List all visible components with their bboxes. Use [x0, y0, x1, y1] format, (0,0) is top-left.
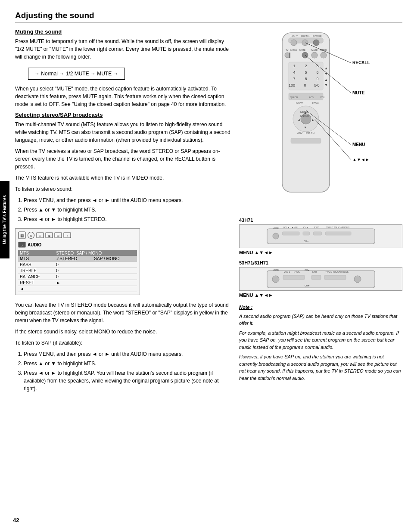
svg-text:MUTE: MUTE [352, 90, 365, 95]
svg-point-30 [311, 52, 318, 58]
svg-point-75 [273, 233, 279, 239]
svg-text:▼: ▼ [304, 126, 307, 129]
svg-text:►VOL: ►VOL [292, 227, 298, 229]
audio-menu-table: MTS STEREO SAP / MONO MTS ✓STEREO SAP / … [18, 250, 137, 292]
audio-selected-icon: ♪ [18, 241, 26, 249]
model-43h71-name: 43H71 [239, 218, 402, 223]
svg-text:VOL◄: VOL◄ [284, 271, 290, 273]
svg-text:♪: ♪ [66, 234, 68, 237]
svg-text:MENU: MENU [352, 142, 365, 147]
svg-text:♪: ♪ [21, 243, 23, 247]
svg-point-31 [321, 52, 327, 58]
side-tab-text: Using the TV's Features [2, 195, 7, 244]
svg-text:►VOL: ►VOL [293, 271, 300, 273]
svg-text:⊕: ⊕ [30, 234, 33, 238]
svg-text:⊙0: ⊙0 [314, 83, 319, 87]
svg-text:TV/VID  TOUCH/FOCUS: TV/VID TOUCH/FOCUS [326, 227, 350, 229]
svg-rect-80 [303, 232, 310, 235]
svg-rect-77 [282, 232, 299, 235]
model-53h71-label: MENU ▲▼◄► [239, 292, 402, 298]
svg-rect-96 [324, 275, 346, 280]
svg-rect-90 [283, 275, 305, 280]
audio-row-reset: RESET ► [18, 280, 137, 286]
svg-text:8: 8 [305, 77, 307, 81]
sap-step-1: Press MENU, and then press ◄ or ► until … [24, 350, 230, 358]
svg-text:CH▼: CH▼ [304, 240, 309, 243]
svg-point-21 [313, 40, 319, 46]
svg-rect-84 [325, 232, 351, 235]
audio-menu-icons: ▦ ⊕ ≡ ◉ ⊞ ♪ [18, 231, 137, 239]
svg-text:EXIT: EXIT [312, 271, 317, 273]
stereo-step-2: Press ▲ or ▼ to highlight MTS. [24, 206, 230, 214]
svg-text:TV/VID  TOUCH/FOCUS: TV/VID TOUCH/FOCUS [325, 271, 349, 273]
svg-text:ADV: ADV [309, 96, 314, 99]
remote-control-svg: LIGHT RECALL POWER TV CABLE MUTE TV/VID … [265, 28, 377, 209]
note-title: Note : [239, 304, 402, 311]
page-title: Adjusting the sound [15, 11, 402, 22]
muting-para2: When you select "MUTE" mode, the closed … [15, 85, 230, 108]
stereo-para2: When the TV receives a stereo or SAP bro… [15, 147, 230, 171]
svg-point-88 [272, 276, 279, 283]
svg-text:CH▼: CH▼ [305, 284, 310, 287]
audio-col-mts: MTS [18, 250, 54, 256]
svg-text:▲▼◄►: ▲▼◄► [352, 157, 370, 162]
note-para2: For example, a station might broadcast m… [239, 330, 402, 351]
stereo-para3: The MTS feature is not available when th… [15, 174, 230, 182]
menu-icon-5: ⊞ [54, 231, 62, 239]
stereo-listen-intro: To listen to stereo sound: [15, 185, 230, 193]
svg-text:PIP CH: PIP CH [306, 132, 314, 134]
muting-para1: Press MUTE to temporarily turn off the s… [15, 37, 230, 61]
stereo-step-3: Press ◄ or ► to highlight STEREO. [24, 215, 230, 223]
stereo-info-para1: You can leave the TV in STEREO mode beca… [15, 301, 230, 324]
audio-menu-screenshot: ▦ ⊕ ≡ ◉ ⊞ ♪ ♪ AUDIO MTS [15, 228, 140, 295]
svg-text:►: ► [311, 118, 314, 121]
model-43h71-section: 43H71 MENU VOL◄ ►VOL CH▲ [239, 218, 402, 255]
svg-text:7: 7 [293, 77, 295, 81]
model-43h71-remote: MENU VOL◄ ►VOL CH▲ EXIT TV/VID TOUCH/FOC… [239, 224, 402, 248]
model-53h71-remote: MENU VOL◄ ►VOL CH▲ EXIT TV/VID TOUCH/FOC… [239, 267, 402, 291]
svg-text:≡: ≡ [39, 234, 41, 238]
svg-text:VOL◄: VOL◄ [283, 227, 290, 229]
svg-text:CABLE: CABLE [290, 49, 297, 51]
svg-rect-94 [311, 275, 321, 280]
stereo-steps: Press MENU, and then press ◄ or ► until … [24, 196, 230, 223]
svg-text:▲: ▲ [324, 66, 328, 70]
stereo-para1: The multi-channel TV sound (MTS) feature… [15, 121, 230, 144]
svg-text:6: 6 [316, 70, 318, 75]
svg-text:▲: ▲ [324, 78, 328, 82]
svg-text:4: 4 [293, 70, 295, 75]
menu-icon-4: ◉ [45, 231, 53, 239]
note-para3: However, if you have SAP on, and the sta… [239, 353, 402, 382]
svg-text:▦: ▦ [20, 233, 24, 238]
sap-step-3: Press ◄ or ► to highlight SAP. You will … [24, 369, 230, 392]
audio-col-stereo-sap: STEREO SAP / MONO [54, 250, 137, 256]
svg-text:1: 1 [293, 64, 295, 68]
muting-title: Muting the sound [15, 28, 230, 35]
svg-text:VOL: VOL [320, 96, 326, 99]
svg-text:TV/VID: TV/VID [311, 49, 318, 51]
menu-icon-2: ⊕ [27, 231, 35, 239]
note-section: Note : A second audio program (SAP) can … [239, 304, 402, 382]
svg-text:CH▲: CH▲ [305, 269, 310, 271]
svg-text:⊞: ⊞ [57, 234, 59, 237]
svg-text:100: 100 [289, 83, 295, 87]
stereo-sap-title: Selecting stereo/SAP broadcasts [15, 112, 230, 118]
menu-icon-3: ≡ [36, 231, 44, 239]
svg-text:5: 5 [305, 70, 307, 75]
svg-text:2: 2 [305, 64, 307, 68]
audio-row-mts: MTS ✓STEREO SAP / MONO [18, 256, 137, 262]
mute-diagram: → Normal → 1/2 MUTE → MUTE → [28, 68, 125, 80]
audio-row-treble: TREBLE 0 [18, 268, 137, 274]
audio-row-balance: BALANCE 0 [18, 274, 137, 280]
svg-text:FAV▼: FAV▼ [296, 102, 303, 104]
svg-text:QUICK: QUICK [290, 96, 298, 99]
menu-icon-1: ▦ [18, 231, 26, 239]
svg-text:0: 0 [304, 83, 306, 87]
audio-row-back: ◄ [18, 286, 137, 292]
page-number: 42 [13, 517, 19, 523]
svg-text:FAV►: FAV► [312, 102, 320, 104]
svg-rect-74 [267, 229, 375, 244]
audio-row-bass: BASS 0 [18, 262, 137, 268]
svg-text:LIGHT: LIGHT [291, 35, 298, 37]
svg-text:TV: TV [286, 49, 289, 51]
